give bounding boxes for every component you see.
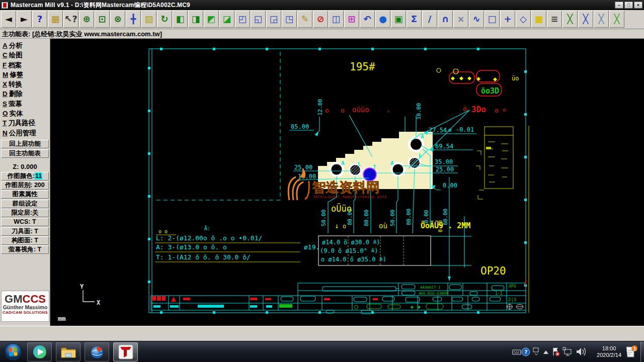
- wcs-button[interactable]: WCS: T: [1, 218, 49, 226]
- rectangle-icon[interactable]: □: [485, 11, 500, 28]
- sticky-notes-icon[interactable]: 1: [625, 345, 637, 359]
- repaint-icon[interactable]: ▨: [141, 11, 156, 28]
- svg-text:AP4: AP4: [509, 284, 516, 289]
- undo-icon[interactable]: ↶: [360, 11, 375, 28]
- line-icon[interactable]: /: [422, 11, 437, 28]
- main-menu-button[interactable]: 回主功能表: [1, 149, 49, 158]
- cplane-front-icon[interactable]: ◱: [251, 11, 266, 28]
- rotate-view-icon[interactable]: ↻: [157, 11, 172, 28]
- taskbar-video-player-button[interactable]: [27, 342, 52, 361]
- svg-text:üo: üo: [512, 75, 519, 82]
- help-tray-icon[interactable]: ?: [522, 348, 530, 356]
- draw-level-button[interactable]: 作图层别: 200: [1, 181, 49, 190]
- erase-icon[interactable]: ✎: [297, 11, 312, 28]
- gview-side-icon[interactable]: ◩: [204, 11, 219, 28]
- file-cabinet-icon[interactable]: ▦: [48, 11, 63, 28]
- zoom-target-icon[interactable]: ⊗: [110, 11, 125, 28]
- gview-iso-icon[interactable]: ◪: [219, 11, 234, 28]
- start-button[interactable]: [3, 342, 23, 362]
- menu-delete[interactable]: D删除: [0, 89, 50, 99]
- z-depth-label: Z: 0.000: [1, 163, 49, 170]
- svg-text:o: o: [325, 107, 329, 114]
- back-arrow-icon[interactable]: ◄: [1, 11, 16, 28]
- network-icon[interactable]: [563, 347, 571, 355]
- blank-window-icon[interactable]: ◫: [329, 11, 344, 28]
- combine-window-icon[interactable]: ⊞: [344, 11, 359, 28]
- draw-color-button[interactable]: 作图颜色:11: [1, 172, 49, 180]
- groups-button[interactable]: 群组设定: [1, 200, 49, 208]
- play-icon: [32, 344, 47, 359]
- back-menu-button[interactable]: 回上层功能: [1, 140, 49, 148]
- taskbar-clock[interactable]: 18:00 2020/2/14: [597, 345, 621, 358]
- tool-plane-button[interactable]: 刀具面: T: [1, 227, 49, 236]
- folder-icon: [60, 345, 76, 359]
- graphics-area[interactable]: 85.00 77.54 ø -0.01 69.54 35.00 25.00 25…: [50, 39, 644, 326]
- svg-text:18.00: 18.00: [416, 103, 422, 120]
- action-center-flag-icon[interactable]: [553, 348, 560, 356]
- cplane-top-icon[interactable]: ◰: [235, 11, 250, 28]
- menu-file[interactable]: F档案: [0, 60, 50, 70]
- zoom-dynamic-icon[interactable]: ⊕: [79, 11, 94, 28]
- operations-manager-icon[interactable]: ≡: [547, 11, 562, 28]
- graphics-view-button[interactable]: 萤幕视角: T: [1, 245, 49, 254]
- help-icon[interactable]: ?: [32, 11, 47, 28]
- analyze-cursor-icon[interactable]: ↖?: [63, 11, 78, 28]
- taskbar-explorer-button[interactable]: [56, 342, 80, 361]
- trim-one-icon[interactable]: ╳: [562, 11, 578, 28]
- globe-icon: [90, 344, 105, 359]
- zoom-window-icon[interactable]: ⊡: [95, 11, 110, 28]
- cplane-iso-icon[interactable]: ◳: [282, 11, 297, 28]
- trim-divide-icon[interactable]: ╳: [609, 11, 624, 28]
- unerase-icon[interactable]: ⊘: [313, 11, 328, 28]
- level-mask-button[interactable]: 限定层:关: [1, 209, 49, 217]
- menu-solids[interactable]: O实体: [0, 109, 50, 118]
- forward-arrow-icon[interactable]: ►: [17, 11, 32, 28]
- attributes-button[interactable]: 图素属性: [1, 190, 49, 199]
- svg-text:50.00: 50.00: [389, 210, 396, 226]
- svg-text:ø19.: ø19.: [304, 243, 319, 251]
- menu-toolpaths[interactable]: T刀具路径: [0, 118, 50, 128]
- show-desktop-button[interactable]: [640, 341, 644, 362]
- menu-nc-utils[interactable]: N公用管理: [0, 128, 50, 138]
- copy-solid-icon[interactable]: ▣: [391, 11, 406, 28]
- trim-point-icon[interactable]: ×: [453, 11, 468, 28]
- svg-text:X: X: [97, 299, 101, 306]
- svg-text:o: o: [343, 223, 346, 230]
- window-tray-icon[interactable]: [533, 348, 538, 355]
- arc-icon[interactable]: ∩: [438, 11, 453, 28]
- point-icon[interactable]: +: [500, 11, 515, 28]
- show-hidden-icons-button[interactable]: [543, 350, 548, 354]
- axis-indicator: Y X: [80, 283, 101, 306]
- construction-plane-button[interactable]: 构图面: T: [1, 236, 49, 245]
- keyboard-icon[interactable]: [513, 350, 521, 354]
- gview-front-icon[interactable]: ◨: [188, 11, 203, 28]
- taskbar-browser-button[interactable]: [85, 342, 109, 361]
- volume-icon[interactable]: [577, 348, 586, 355]
- menu-screen[interactable]: S萤幕: [0, 99, 50, 109]
- menu-create[interactable]: C绘图: [0, 50, 50, 60]
- svg-text:25.00: 25.00: [436, 166, 454, 173]
- svg-text:0.20: 0.20: [438, 220, 443, 232]
- cplane-side-icon[interactable]: ◲: [266, 11, 281, 28]
- pan-icon[interactable]: ╋: [126, 11, 141, 28]
- menu-modify[interactable]: M修整: [0, 70, 50, 79]
- shading-icon[interactable]: ●: [375, 11, 390, 28]
- gview-top-icon[interactable]: ◧: [173, 11, 188, 28]
- maximize-button[interactable]: □: [624, 2, 633, 9]
- solid-box-icon[interactable]: ■: [531, 11, 546, 28]
- menu-analyze[interactable]: A分析: [0, 41, 50, 50]
- svg-text:T: T: [373, 164, 376, 170]
- taskbar-mastercam-button[interactable]: [113, 342, 138, 361]
- sigma-icon[interactable]: Σ: [407, 11, 422, 28]
- trim-two-icon[interactable]: ╳: [578, 11, 593, 28]
- spline-icon[interactable]: ∿: [469, 11, 484, 28]
- svg-text:0.00: 0.00: [443, 182, 457, 189]
- yellow-side-table: [476, 127, 513, 199]
- svg-text:o: o: [503, 107, 506, 113]
- minimize-button[interactable]: –: [615, 2, 623, 9]
- trim-three-icon[interactable]: ╳: [594, 11, 609, 28]
- close-button[interactable]: ×: [634, 2, 642, 9]
- svg-text:(9.0 ŏ ø15.0" ≗): (9.0 ŏ ø15.0" ≗): [320, 247, 378, 254]
- pattern-icon[interactable]: ◇: [516, 11, 531, 28]
- menu-xform[interactable]: X转换: [0, 79, 50, 89]
